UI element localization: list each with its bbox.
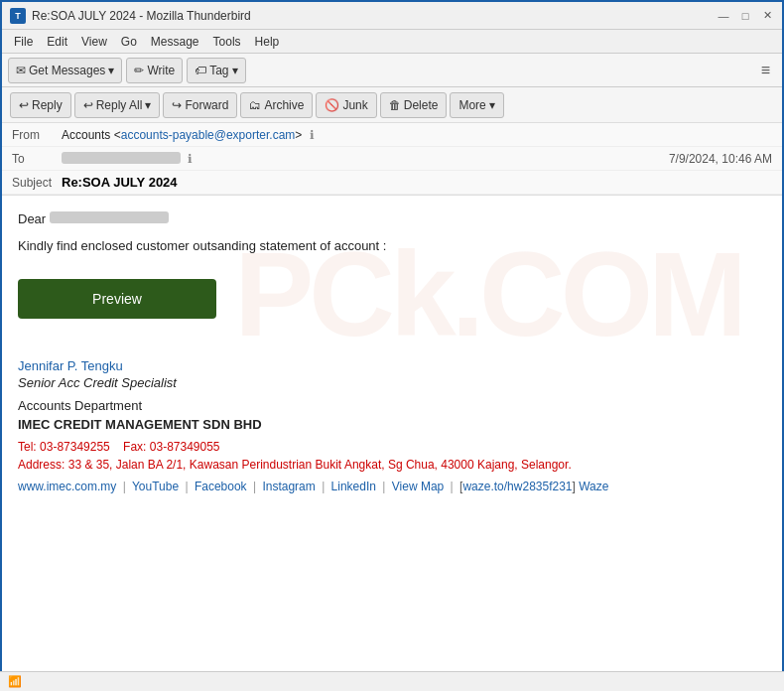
- sig-contact: Tel: 03-87349255 Fax: 03-87349055: [18, 440, 766, 454]
- window-controls[interactable]: — □ ✕: [717, 9, 774, 23]
- tag-label: Tag: [209, 64, 228, 77]
- reply-label: Reply: [32, 98, 63, 112]
- email-signature: Jennifar P. Tengku Senior Acc Credit Spe…: [18, 358, 766, 493]
- body-text: Kindly find enclosed customer outsanding…: [18, 238, 766, 253]
- forward-icon: ↪: [172, 98, 182, 112]
- preview-btn-wrapper: Preview: [18, 279, 216, 319]
- menubar: File Edit View Go Message Tools Help: [2, 30, 782, 54]
- junk-label: Junk: [342, 98, 367, 112]
- waze-text: [waze.to/hw2835f231]: [459, 480, 576, 493]
- from-value: Accounts <accounts-payable@exporter.cam>…: [62, 128, 772, 142]
- more-dropdown-icon: ▾: [489, 98, 495, 112]
- archive-icon: 🗂: [249, 98, 261, 112]
- sig-dept: Accounts Department: [18, 398, 766, 413]
- sig-name: Jennifar P. Tengku: [18, 358, 766, 373]
- email-date: 7/9/2024, 10:46 AM: [669, 152, 772, 166]
- fax-value: 03-87349055: [150, 440, 220, 454]
- address-value: 33 & 35, Jalan BA 2/1, Kawasan Perindust…: [68, 458, 572, 472]
- to-info-icon: ℹ: [188, 152, 193, 166]
- linkedin-link[interactable]: LinkedIn: [331, 480, 376, 493]
- subject-row: Subject Re:SOA JULY 2024: [2, 171, 782, 195]
- sig-title: Senior Acc Credit Specialist: [18, 375, 766, 390]
- tag-dropdown-icon: ▾: [232, 64, 238, 77]
- titlebar: T Re:SOA JULY 2024 - Mozilla Thunderbird…: [2, 2, 782, 30]
- reply-all-icon: ↩: [83, 98, 93, 112]
- from-row: From Accounts <accounts-payable@exporter…: [2, 123, 782, 147]
- sig-address: Address: 33 & 35, Jalan BA 2/1, Kawasan …: [18, 458, 766, 472]
- delete-label: Delete: [404, 98, 439, 112]
- recipient-name-blurred: [50, 211, 169, 223]
- app-icon: T: [10, 8, 26, 24]
- main-toolbar: ✉ Get Messages ▾ ✏ Write 🏷 Tag ▾ ≡: [2, 54, 782, 87]
- menu-tools[interactable]: Tools: [207, 33, 247, 51]
- tel-label: Tel:: [18, 440, 37, 454]
- delete-icon: 🗑: [389, 98, 401, 112]
- subject-value: Re:SOA JULY 2024: [62, 175, 178, 190]
- subject-label: Subject: [12, 176, 62, 190]
- junk-icon: 🚫: [325, 98, 339, 112]
- waze-link[interactable]: waze.to/hw2835f231: [462, 480, 572, 493]
- reply-all-dropdown[interactable]: ▾: [145, 98, 151, 112]
- maximize-button[interactable]: □: [738, 9, 752, 23]
- archive-button[interactable]: 🗂 Archive: [240, 92, 313, 118]
- greeting-text: Dear: [18, 211, 46, 226]
- from-label: From: [12, 128, 62, 142]
- write-label: Write: [147, 64, 175, 77]
- address-label: Address:: [18, 458, 65, 472]
- email-body: PCk.COM Dear Kindly find enclosed custom…: [2, 196, 782, 691]
- tag-icon: 🏷: [195, 64, 206, 77]
- reply-button[interactable]: ↩ Reply: [10, 92, 71, 118]
- minimize-button[interactable]: —: [717, 9, 730, 23]
- get-messages-label: Get Messages: [29, 64, 105, 77]
- menu-file[interactable]: File: [8, 33, 39, 51]
- to-label: To: [12, 152, 62, 166]
- write-button[interactable]: ✏ Write: [126, 58, 183, 83]
- greeting-line: Dear: [18, 211, 766, 226]
- to-row: To ℹ 7/9/2024, 10:46 AM: [2, 147, 782, 171]
- menu-go[interactable]: Go: [115, 33, 143, 51]
- preview-button[interactable]: Preview: [18, 279, 216, 319]
- fax-label: Fax:: [123, 440, 146, 454]
- window-title: Re:SOA JULY 2024 - Mozilla Thunderbird: [32, 9, 251, 23]
- to-value: ℹ: [62, 152, 669, 166]
- viewmap-link[interactable]: View Map: [392, 480, 444, 493]
- forward-label: Forward: [185, 98, 228, 112]
- close-button[interactable]: ✕: [760, 9, 774, 23]
- tel-link[interactable]: 03-87349255: [40, 440, 110, 454]
- more-label: More: [458, 98, 485, 112]
- reply-all-button[interactable]: ↩ Reply All ▾: [74, 92, 161, 118]
- instagram-link[interactable]: Instagram: [262, 480, 315, 493]
- email-action-toolbar: ↩ Reply ↩ Reply All ▾ ↪ Forward 🗂 Archiv…: [2, 87, 782, 123]
- menu-edit[interactable]: Edit: [41, 33, 73, 51]
- youtube-link[interactable]: YouTube: [132, 480, 179, 493]
- email-content: Dear Kindly find enclosed customer outsa…: [18, 211, 766, 493]
- menu-help[interactable]: Help: [249, 33, 286, 51]
- titlebar-left: T Re:SOA JULY 2024 - Mozilla Thunderbird: [10, 8, 251, 24]
- waze-label-link[interactable]: Waze: [579, 480, 608, 493]
- from-name: Accounts: [62, 128, 110, 142]
- forward-button[interactable]: ↪ Forward: [163, 92, 237, 118]
- hamburger-menu[interactable]: ≡: [755, 60, 776, 81]
- statusbar: 📶: [0, 671, 784, 691]
- delete-button[interactable]: 🗑 Delete: [380, 92, 448, 118]
- reply-icon: ↩: [19, 98, 29, 112]
- facebook-link[interactable]: Facebook: [195, 480, 247, 493]
- reply-all-label: Reply All: [96, 98, 143, 112]
- get-messages-dropdown-icon: ▾: [108, 64, 114, 77]
- menu-view[interactable]: View: [75, 33, 113, 51]
- envelope-icon: ✉: [16, 64, 26, 77]
- sig-company: IMEC CREDIT MANAGEMENT SDN BHD: [18, 417, 766, 432]
- menu-message[interactable]: Message: [145, 33, 205, 51]
- pencil-icon: ✏: [134, 64, 144, 77]
- to-address-blurred: [62, 152, 181, 164]
- get-messages-button[interactable]: ✉ Get Messages ▾: [8, 58, 122, 83]
- email-header: From Accounts <accounts-payable@exporter…: [2, 123, 782, 196]
- from-email-link[interactable]: accounts-payable@exporter.cam: [121, 128, 296, 142]
- website-link[interactable]: www.imec.com.my: [18, 480, 116, 493]
- signal-icon: 📶: [8, 675, 22, 688]
- more-button[interactable]: More ▾: [450, 92, 503, 118]
- tag-button[interactable]: 🏷 Tag ▾: [187, 58, 245, 83]
- archive-label: Archive: [264, 98, 304, 112]
- junk-button[interactable]: 🚫 Junk: [316, 92, 376, 118]
- info-icon: ℹ: [310, 128, 315, 142]
